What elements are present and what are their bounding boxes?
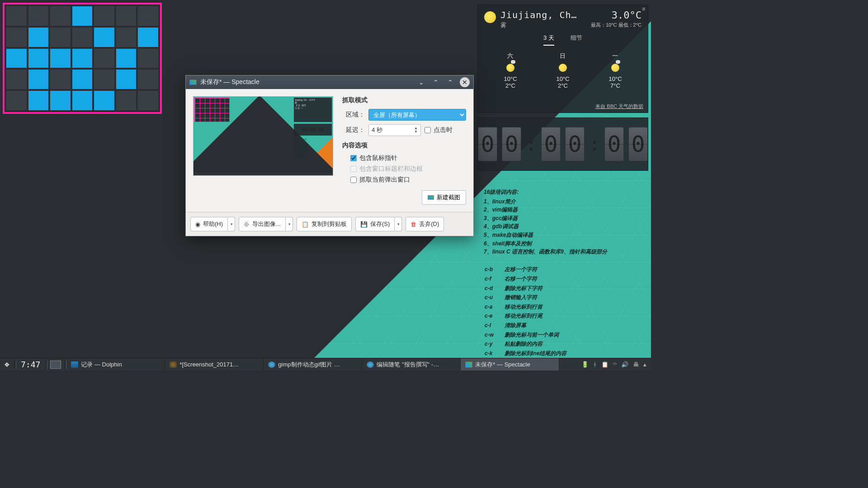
- grid-cell[interactable]: [138, 91, 158, 110]
- notes-title: 16级培训内容:: [484, 188, 646, 197]
- save-dropdown[interactable]: ▾: [395, 217, 402, 231]
- taskbar-task[interactable]: 记录 — Dolphin: [66, 358, 165, 371]
- bluetooth-icon[interactable]: ᚼ: [593, 361, 597, 368]
- grid-cell[interactable]: [138, 6, 158, 26]
- system-tray[interactable]: 🔋 ᚼ 📋 ⌔ 🔊 🖶 ▴: [577, 361, 651, 368]
- grid-cell[interactable]: [94, 70, 114, 89]
- grid-cell[interactable]: [138, 49, 158, 68]
- grid-cell[interactable]: [72, 91, 93, 110]
- include-pointer-checkbox[interactable]: [350, 155, 357, 161]
- hamburger-icon[interactable]: ≡: [642, 6, 645, 12]
- grid-cell[interactable]: [138, 70, 158, 89]
- dolphin-icon: [71, 361, 78, 368]
- weather-hi-lo: 最高：10°C 最低：2°C: [591, 22, 642, 28]
- grid-cell[interactable]: [94, 49, 114, 68]
- taskbar-task[interactable]: *[Screenshot_20171…: [165, 358, 264, 371]
- notes-item: 1、linux简介: [484, 197, 646, 206]
- tab-three-day[interactable]: 3 天: [543, 34, 554, 46]
- grid-cell[interactable]: [116, 28, 137, 47]
- help-button[interactable]: ◉ 帮助(H): [190, 217, 228, 231]
- taskbar-clock[interactable]: 7:47: [16, 360, 45, 369]
- restore-down-icon[interactable]: ⌃: [431, 77, 441, 87]
- discard-button[interactable]: 🗑 丢弃(D): [406, 217, 444, 231]
- desktop-pager[interactable]: [50, 361, 61, 369]
- weather-temp: 3.0°C: [591, 9, 642, 21]
- copy-button[interactable]: 📋 复制到剪贴板: [297, 217, 352, 231]
- tab-details[interactable]: 细节: [571, 34, 582, 46]
- timer-widget[interactable]: 0 0 : 0 0 : 0 0: [477, 117, 648, 171]
- partly-cloudy-icon: [506, 64, 514, 72]
- weather-source-link[interactable]: 来自 BBC 天气的数据: [595, 103, 643, 110]
- grid-cell[interactable]: [94, 6, 114, 26]
- taskbar-task[interactable]: 编辑随笔 "报告撰写" -…: [362, 358, 461, 371]
- notes-item: 3、gcc编译器: [484, 214, 646, 223]
- grid-cell[interactable]: [6, 70, 27, 89]
- grid-cell[interactable]: [116, 91, 137, 110]
- keybind-row: c-a移动光标到行首: [485, 303, 572, 311]
- capture-mode-heading: 抓取模式: [342, 96, 466, 104]
- grid-cell[interactable]: [72, 49, 93, 68]
- new-screenshot-button[interactable]: 新建截图: [422, 190, 466, 205]
- export-button[interactable]: 🞜 导出图像...: [239, 217, 286, 231]
- clipboard-tray-icon[interactable]: 📋: [601, 361, 609, 368]
- grid-cell[interactable]: [28, 70, 49, 89]
- grid-cell[interactable]: [138, 28, 158, 47]
- web-icon: [367, 361, 374, 368]
- grid-cell[interactable]: [6, 28, 27, 47]
- timer-colon: :: [589, 134, 600, 155]
- chevron-up-down-icon[interactable]: ▲▼: [414, 127, 418, 134]
- start-menu-icon[interactable]: ❖: [0, 358, 14, 371]
- grid-cell[interactable]: [72, 70, 93, 89]
- desktop-notes: 16级培训内容: 1、linux简介2、vim编辑器3、gcc编译器4、gdb调…: [484, 188, 646, 371]
- save-button[interactable]: 💾 保存(S): [355, 217, 395, 231]
- weather-condition: 雾: [500, 21, 577, 29]
- window-titlebar[interactable]: 未保存* — Spectacle ⌄ ⌃ ⌃ ✕: [186, 75, 473, 89]
- on-click-checkbox[interactable]: [425, 127, 431, 133]
- grid-cell[interactable]: [50, 6, 71, 26]
- taskbar[interactable]: ❖ 7:47 记录 — Dolphin*[Screenshot_20171…gi…: [0, 358, 651, 371]
- grid-cell[interactable]: [94, 91, 114, 110]
- spectacle-app-icon: [189, 80, 197, 85]
- taskbar-task[interactable]: gimp制作动态gif图片 …: [264, 358, 362, 371]
- tray-expand-icon[interactable]: ▴: [643, 361, 646, 368]
- wifi-icon[interactable]: ⌔: [613, 361, 617, 368]
- export-dropdown[interactable]: ▾: [286, 217, 293, 231]
- grid-cell[interactable]: [6, 91, 27, 110]
- minimize-icon[interactable]: ⌄: [416, 77, 426, 87]
- task-label: *[Screenshot_20171…: [179, 361, 239, 368]
- close-icon[interactable]: ✕: [460, 77, 470, 87]
- capture-popup-checkbox[interactable]: [350, 177, 357, 183]
- grid-cell[interactable]: [94, 28, 114, 47]
- battery-icon[interactable]: 🔋: [581, 361, 589, 368]
- printer-icon[interactable]: 🖶: [633, 361, 639, 368]
- help-dropdown[interactable]: ▾: [228, 217, 235, 231]
- timer-digit: 0: [478, 127, 497, 161]
- grid-cell[interactable]: [50, 70, 71, 89]
- grid-cell[interactable]: [72, 6, 93, 26]
- grid-cell[interactable]: [116, 49, 137, 68]
- grid-cell[interactable]: [50, 91, 71, 110]
- grid-cell[interactable]: [50, 49, 71, 68]
- grid-cell[interactable]: [116, 70, 137, 89]
- grid-cell[interactable]: [28, 6, 49, 26]
- area-select[interactable]: 全屏（所有屏幕）: [368, 109, 466, 121]
- maximize-icon[interactable]: ⌃: [445, 77, 455, 87]
- taskbar-task[interactable]: 未保存* — Spectacle: [461, 358, 559, 371]
- keybind-row: c-u撤销输入字符: [485, 293, 572, 302]
- grid-cell[interactable]: [28, 49, 49, 68]
- pixel-grid-widget[interactable]: [3, 3, 162, 114]
- partly-cloudy-icon: [611, 64, 619, 72]
- notes-item: 5、make自动编译器: [484, 231, 646, 239]
- timer-digit: 0: [565, 127, 585, 161]
- weather-widget[interactable]: ≡ Jiujiang, Ch… 雾 3.0°C 最高：10°C 最低：2°C 3…: [477, 5, 648, 113]
- grid-cell[interactable]: [28, 28, 49, 47]
- delay-spinner[interactable]: 4 秒 ▲▼: [368, 124, 421, 136]
- grid-cell[interactable]: [50, 28, 71, 47]
- grid-cell[interactable]: [6, 49, 27, 68]
- grid-cell[interactable]: [116, 6, 137, 26]
- grid-cell[interactable]: [72, 28, 93, 47]
- spectacle-window[interactable]: 未保存* — Spectacle ⌄ ⌃ ⌃ ✕ Jiujiang, Ch… 3…: [185, 75, 474, 236]
- volume-icon[interactable]: 🔊: [621, 361, 628, 368]
- grid-cell[interactable]: [28, 91, 49, 110]
- grid-cell[interactable]: [6, 6, 27, 26]
